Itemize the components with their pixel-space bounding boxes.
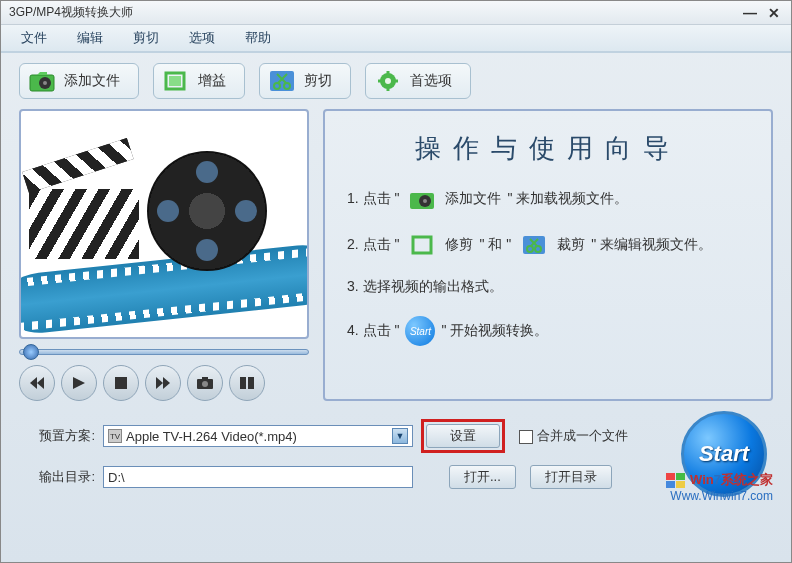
settings-button[interactable]: 设置 (426, 424, 500, 448)
output-dir-value: D:\ (108, 470, 125, 485)
preview-image (19, 109, 309, 339)
window-title: 3GP/MP4视频转换大师 (9, 4, 133, 21)
output-label: 输出目录: (31, 468, 95, 486)
svg-rect-25 (202, 377, 208, 380)
svg-point-24 (202, 381, 208, 387)
windows-logo-icon (666, 473, 686, 489)
menu-edit[interactable]: 编辑 (77, 29, 103, 47)
svg-rect-38 (676, 473, 685, 480)
gain-button[interactable]: 增益 (153, 63, 245, 99)
svg-rect-39 (666, 481, 675, 488)
seek-thumb[interactable] (23, 344, 39, 360)
titlebar: 3GP/MP4视频转换大师 — ✕ (1, 1, 791, 25)
folder-video-icon (407, 186, 437, 212)
tv-icon: TV (108, 429, 122, 443)
svg-rect-40 (676, 481, 685, 488)
stop-button[interactable] (103, 365, 139, 401)
svg-rect-37 (666, 473, 675, 480)
menu-file[interactable]: 文件 (21, 29, 47, 47)
dropdown-arrow-icon: ▼ (392, 428, 408, 444)
svg-marker-22 (163, 377, 170, 389)
watermark: Win7系统之家 Www.Winwin7.com (666, 471, 773, 503)
crop-icon (519, 232, 549, 258)
guide-step-4: 4. 点击 " Start " 开始视频转换。 (347, 316, 749, 346)
open-button[interactable]: 打开... (449, 465, 516, 489)
bottom-panel: 预置方案: TV Apple TV-H.264 Video(*.mp4) ▼ 设… (1, 401, 791, 509)
menubar: 文件 编辑 剪切 选项 帮助 (1, 25, 791, 53)
add-file-button[interactable]: 添加文件 (19, 63, 139, 99)
seek-slider[interactable] (19, 349, 309, 355)
svg-marker-21 (156, 377, 163, 389)
extra-button[interactable] (229, 365, 265, 401)
svg-marker-17 (30, 377, 37, 389)
close-button[interactable]: ✕ (765, 4, 783, 22)
scissors-icon (268, 69, 296, 93)
svg-rect-26 (240, 377, 246, 389)
next-button[interactable] (145, 365, 181, 401)
merge-label: 合并成一个文件 (537, 428, 628, 443)
svg-point-30 (423, 199, 427, 203)
guide-step-2: 2. 点击 " 修剪 " 和 " 裁剪 " 来编辑视频文件。 (347, 232, 749, 258)
svg-rect-31 (413, 237, 431, 253)
trim-icon (407, 232, 437, 258)
gear-icon (374, 69, 402, 93)
cut-button[interactable]: 剪切 (259, 63, 351, 99)
preview-panel (19, 109, 309, 401)
svg-rect-20 (115, 377, 127, 389)
guide-panel: 操作与使用向导 1. 点击 " 添加文件 " 来加载视频文件。 2. 点击 " … (323, 109, 773, 401)
add-file-label: 添加文件 (64, 72, 120, 90)
svg-point-12 (385, 78, 391, 84)
playback-controls (19, 365, 309, 401)
gain-label: 增益 (198, 72, 226, 90)
preferences-button[interactable]: 首选项 (365, 63, 471, 99)
guide-step-3: 3. 选择视频的输出格式。 (347, 278, 749, 296)
guide-step-1: 1. 点击 " 添加文件 " 来加载视频文件。 (347, 186, 749, 212)
svg-marker-18 (37, 377, 44, 389)
prev-button[interactable] (19, 365, 55, 401)
toolbar: 添加文件 增益 剪切 首选项 (1, 53, 791, 109)
open-dir-button[interactable]: 打开目录 (530, 465, 612, 489)
preset-value: Apple TV-H.264 Video(*.mp4) (126, 429, 297, 444)
minimize-button[interactable]: — (741, 4, 759, 22)
svg-point-3 (43, 81, 47, 85)
guide-title: 操作与使用向导 (347, 131, 749, 166)
menu-cut[interactable]: 剪切 (133, 29, 159, 47)
output-dir-input[interactable]: D:\ (103, 466, 413, 488)
menu-help[interactable]: 帮助 (245, 29, 271, 47)
svg-marker-19 (73, 377, 85, 389)
start-label: Start (699, 441, 749, 467)
snapshot-button[interactable] (187, 365, 223, 401)
preferences-label: 首选项 (410, 72, 452, 90)
gain-icon (162, 69, 190, 93)
svg-rect-5 (169, 76, 181, 86)
svg-rect-27 (248, 377, 254, 389)
play-button[interactable] (61, 365, 97, 401)
cut-label: 剪切 (304, 72, 332, 90)
svg-rect-32 (523, 236, 545, 254)
preset-label: 预置方案: (31, 427, 95, 445)
start-icon: Start (405, 316, 435, 346)
preset-select[interactable]: TV Apple TV-H.264 Video(*.mp4) ▼ (103, 425, 413, 447)
folder-video-icon (28, 69, 56, 93)
menu-options[interactable]: 选项 (189, 29, 215, 47)
settings-highlight: 设置 (421, 419, 505, 453)
merge-checkbox-wrapper[interactable]: 合并成一个文件 (519, 427, 628, 445)
merge-checkbox[interactable] (519, 430, 533, 444)
